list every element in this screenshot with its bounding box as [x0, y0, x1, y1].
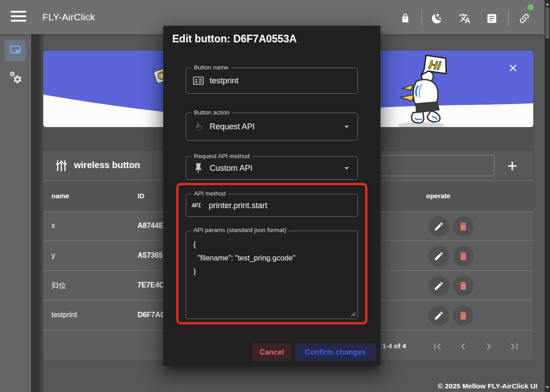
banner-close-icon[interactable]: [507, 62, 519, 74]
drawer-shadow: [31, 34, 44, 392]
dialog-title: Edit button: D6F7A0553A: [172, 33, 297, 45]
menu-icon[interactable]: [11, 11, 26, 23]
request-api-method-select[interactable]: Request API method Custom API: [186, 156, 358, 180]
appbar-divider: [422, 10, 422, 26]
svg-text:Hi: Hi: [428, 58, 442, 73]
scrollbar[interactable]: [545, 0, 550, 392]
store-bag-icon[interactable]: [399, 13, 411, 24]
card-title: wireless button: [74, 160, 140, 170]
copyright-footer: © 2025 Mellow FLY-AirClick UI: [438, 382, 537, 390]
cancel-button[interactable]: Cancel: [252, 343, 291, 361]
translate-icon[interactable]: [459, 13, 471, 24]
delete-row-button[interactable]: [453, 246, 473, 266]
edit-button-dialog: Edit button: D6F7A0553A Button name Butt…: [163, 26, 380, 366]
remote-control-icon: [9, 44, 22, 57]
request-api-method-value: Custom API: [210, 164, 322, 173]
add-button[interactable]: +: [502, 156, 522, 176]
notes-document-icon[interactable]: [486, 13, 498, 24]
last-page-button[interactable]: [508, 340, 521, 353]
button-action-select[interactable]: Button action ☝ Request API: [186, 113, 358, 141]
sidebar-item-remote-buttons[interactable]: [5, 40, 26, 61]
chevron-down-icon[interactable]: [341, 121, 352, 132]
pin-icon: [192, 162, 204, 174]
connection-link-icon[interactable]: [518, 13, 530, 24]
online-status-dot: [527, 4, 534, 10]
scroll-down-icon[interactable]: [545, 386, 549, 389]
dark-mode-moon-icon[interactable]: [431, 13, 443, 24]
nav-drawer: [0, 34, 31, 392]
col-name: name: [51, 192, 69, 200]
col-id: ID: [138, 192, 144, 200]
confirm-changes-button[interactable]: Confirm changes: [295, 343, 376, 361]
hand-pointing-icon: ☝: [190, 119, 207, 135]
edit-row-button[interactable]: [429, 305, 449, 326]
col-operate: operate: [426, 192, 450, 200]
api-icon: API: [192, 202, 201, 209]
edit-row-button[interactable]: [429, 216, 449, 237]
scrollbar-thumb[interactable]: [545, 7, 549, 39]
pagination-label: 1-4 of 4: [382, 342, 406, 350]
delete-row-button[interactable]: [453, 305, 473, 326]
app-title: FLY-AirClick: [42, 12, 95, 23]
edit-row-button[interactable]: [429, 276, 449, 296]
next-page-button[interactable]: [482, 340, 495, 353]
api-params-textarea[interactable]: { "filename": "test_pring.gcode" }: [186, 231, 358, 319]
button-name-field[interactable]: Button name: [186, 68, 358, 94]
prev-page-button[interactable]: [457, 340, 469, 353]
resize-handle[interactable]: [350, 311, 356, 317]
delete-row-button[interactable]: [453, 276, 473, 296]
tune-sliders-icon: [54, 159, 69, 173]
sidebar-item-settings[interactable]: [9, 70, 22, 84]
button-action-value: Request API: [210, 122, 322, 132]
button-name-input[interactable]: [210, 76, 322, 86]
appbar-divider: [508, 10, 509, 26]
api-method-input[interactable]: [209, 201, 344, 210]
first-page-button[interactable]: [431, 340, 444, 353]
chevron-down-icon[interactable]: [341, 163, 352, 173]
gears-icon: [9, 70, 22, 84]
api-method-field[interactable]: API method API: [186, 194, 358, 217]
badge-card-icon: [192, 75, 204, 87]
scroll-up-icon[interactable]: [545, 2, 549, 6]
edit-row-button[interactable]: [429, 246, 449, 266]
delete-row-button[interactable]: [453, 216, 473, 237]
